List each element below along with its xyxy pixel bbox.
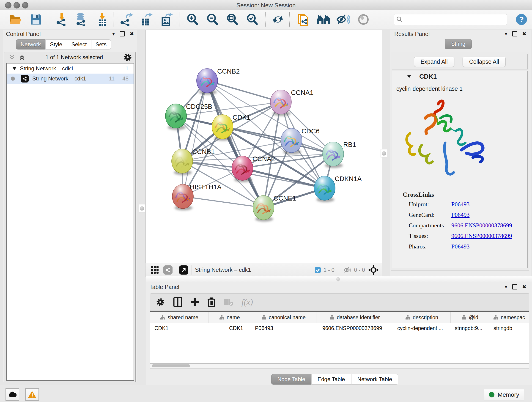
section-expander-icon[interactable]: [407, 75, 412, 78]
tab-string[interactable]: String: [445, 39, 472, 49]
network-row[interactable]: String Network – cdk1 11 48: [7, 74, 133, 84]
close-panel-icon[interactable]: ✖: [522, 284, 526, 289]
zoom-fit-icon[interactable]: [225, 13, 240, 26]
float-panel-icon[interactable]: [512, 284, 517, 289]
zoom-selected-icon[interactable]: [245, 13, 260, 26]
expand-all-icon[interactable]: [19, 54, 25, 61]
close-panel-icon[interactable]: ✖: [522, 32, 526, 36]
memory-button[interactable]: Memory: [484, 389, 524, 400]
apply-layout-icon[interactable]: [271, 13, 285, 26]
selected-checkbox-icon[interactable]: [314, 267, 321, 274]
table-cell[interactable]: P06493: [251, 323, 317, 333]
expand-all-button[interactable]: Expand All: [414, 57, 454, 67]
collapse-all-icon[interactable]: [8, 54, 15, 61]
string-import-icon[interactable]: [296, 13, 311, 26]
panel-menu-icon[interactable]: ▾: [505, 284, 507, 289]
network-node-cdkn1a[interactable]: [314, 176, 335, 200]
gear-icon[interactable]: [123, 53, 132, 62]
network-node-ccne1[interactable]: [253, 196, 274, 220]
crosslink-link[interactable]: P06493: [451, 211, 469, 218]
table-cell[interactable]: cyclin-dependent ...: [393, 323, 451, 333]
tab-select[interactable]: Select: [67, 39, 91, 50]
float-panel-icon[interactable]: [512, 31, 517, 36]
collapse-all-button[interactable]: Collapse All: [462, 57, 506, 67]
close-panel-icon[interactable]: ✖: [130, 32, 134, 36]
open-in-browser-icon[interactable]: [179, 265, 188, 274]
node-label-rb1: RB1: [343, 141, 356, 148]
cloud-button[interactable]: [6, 388, 19, 401]
tab-edge-table[interactable]: Edge Table: [311, 374, 351, 385]
network-node-cdc6[interactable]: [281, 128, 302, 153]
birds-eye-view-icon[interactable]: [151, 266, 159, 274]
export-network-icon[interactable]: [119, 13, 133, 26]
network-edge[interactable]: [207, 81, 281, 102]
import-network-from-database-icon[interactable]: [74, 13, 89, 26]
import-network-icon[interactable]: [55, 13, 69, 26]
column-header[interactable]: shared name: [150, 312, 209, 323]
network-node-cdc25b[interactable]: [165, 104, 186, 128]
crosslink-link[interactable]: 9606.ENSP00000378699: [451, 222, 512, 229]
scrollbar-thumb[interactable]: [152, 364, 190, 367]
float-panel-icon[interactable]: [120, 31, 125, 36]
column-header[interactable]: database identifier: [317, 312, 393, 323]
network-node-cdk1[interactable]: [212, 115, 233, 139]
network-edge[interactable]: [183, 81, 207, 196]
table-cell[interactable]: CDK1: [150, 323, 209, 333]
crosslink-link[interactable]: 9606.ENSP00000378699: [451, 233, 512, 240]
table-horizontal-scrollbar[interactable]: [150, 364, 529, 369]
panel-menu-icon[interactable]: ▾: [112, 32, 115, 36]
export-image-icon[interactable]: [159, 13, 173, 26]
column-header[interactable]: namespac: [489, 312, 529, 323]
string-style-icon[interactable]: [163, 265, 172, 274]
tab-sets[interactable]: Sets: [91, 39, 111, 50]
table-cell[interactable]: stringdb: [489, 323, 529, 333]
export-table-icon[interactable]: [139, 13, 153, 26]
help-icon[interactable]: ?: [514, 13, 529, 26]
create-column-plus-icon[interactable]: [190, 298, 199, 307]
table-row[interactable]: CDK1 CDK1 P06493 9606.ENSP00000378699 cy…: [150, 323, 529, 333]
show-columns-icon[interactable]: [173, 297, 182, 307]
open-session-icon[interactable]: [8, 13, 23, 26]
network-collection-row[interactable]: String Network – cdk1 1: [7, 64, 133, 74]
tab-style[interactable]: Style: [45, 39, 67, 50]
splitter-grip-icon[interactable]: [336, 277, 340, 281]
network-selection-status: 1 of 1 Network selected: [25, 54, 123, 61]
network-node-ccna2[interactable]: [232, 156, 253, 180]
tab-network[interactable]: Network: [16, 39, 45, 50]
tab-node-table[interactable]: Node Table: [271, 374, 311, 385]
crosslink-link[interactable]: P06493: [451, 201, 469, 208]
panel-menu-icon[interactable]: ▾: [505, 32, 507, 36]
tab-network-table[interactable]: Network Table: [351, 374, 399, 385]
collection-expander-icon[interactable]: [12, 67, 17, 70]
warnings-button[interactable]: [25, 388, 39, 401]
right-splitter-handle[interactable]: [380, 149, 387, 157]
string-homology-icon[interactable]: [317, 13, 331, 26]
column-header[interactable]: @id: [451, 312, 489, 323]
column-header[interactable]: name: [209, 312, 251, 323]
network-node-rb1[interactable]: [323, 142, 344, 166]
table-cell[interactable]: stringdb:9...: [451, 323, 489, 333]
crosslink-link[interactable]: P06493: [451, 243, 469, 250]
table-cell[interactable]: 9606.ENSP00000378699: [317, 323, 393, 333]
zoom-in-icon[interactable]: [185, 13, 200, 26]
delete-column-trash-icon[interactable]: [207, 297, 216, 307]
network-edge[interactable]: [183, 196, 264, 208]
zoom-out-icon[interactable]: [205, 13, 220, 26]
table-cell[interactable]: CDK1: [209, 323, 251, 333]
graphics-details-icon[interactable]: [356, 13, 371, 26]
horizontal-splitter[interactable]: [146, 276, 532, 282]
column-header[interactable]: canonical name: [251, 312, 317, 323]
save-session-icon[interactable]: [29, 13, 43, 26]
network-node-ccnb2[interactable]: [196, 69, 218, 93]
enhanced-labels-hide-icon[interactable]: [336, 13, 351, 26]
column-header[interactable]: description: [393, 312, 451, 323]
import-table-icon[interactable]: [95, 13, 109, 26]
crosslink-row: Pharos: P06493: [403, 241, 527, 252]
left-splitter-handle[interactable]: [139, 204, 145, 212]
network-node-ccnb1[interactable]: [172, 149, 193, 173]
network-node-ccna1[interactable]: [270, 90, 291, 114]
search-input[interactable]: [405, 16, 507, 23]
network-view-canvas[interactable]: CCNB2CCNA1CDC25BCDK1CDC6RB1CCNB1CCNA2CDK…: [145, 30, 382, 263]
fit-content-crosshair-icon[interactable]: [368, 265, 379, 275]
table-options-gear-icon[interactable]: [155, 297, 165, 307]
